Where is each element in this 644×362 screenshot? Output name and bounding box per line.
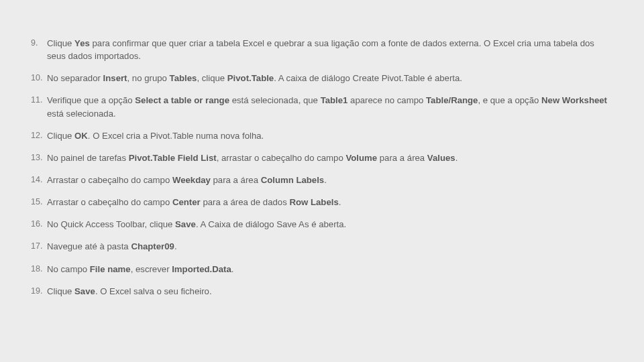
bold-term: Values	[427, 153, 455, 163]
step-item: Navegue até à pasta Chapter09.	[31, 240, 613, 253]
bold-term: Table/Range	[426, 95, 478, 105]
step-item: Clique Yes para confirmar que quer criar…	[31, 37, 613, 62]
bold-term: Save	[175, 219, 196, 229]
bold-term: Insert	[103, 73, 127, 83]
bold-term: Row Labels	[289, 197, 338, 207]
instruction-document: Clique Yes para confirmar que quer criar…	[0, 0, 644, 298]
step-item: Verifique que a opção Select a table or …	[31, 94, 613, 119]
bold-term: Chapter09	[131, 241, 174, 251]
step-item: No campo File name, escrever Imported.Da…	[31, 263, 613, 276]
bold-term: Volume	[345, 153, 377, 163]
bold-term: Tables	[170, 73, 197, 83]
step-item: No Quick Access Toolbar, clique Save. A …	[31, 218, 613, 231]
bold-term: Yes	[74, 38, 90, 48]
bold-term: Save	[74, 286, 95, 296]
step-item: No separador Insert, no grupo Tables, cl…	[31, 72, 613, 84]
bold-term: Imported.Data	[172, 264, 231, 274]
bold-term: Center	[172, 197, 201, 207]
bold-term: Select a table or range	[135, 95, 229, 105]
bold-term: Pivot.Table Field List	[129, 153, 217, 163]
bold-term: File name	[90, 264, 131, 274]
step-item: Clique OK. O Excel cria a Pivot.Table nu…	[31, 129, 613, 142]
step-item: Clique Save. O Excel salva o seu ficheir…	[31, 285, 613, 298]
step-item: Arrastar o cabeçalho do campo Center par…	[31, 196, 613, 208]
step-item: Arrastar o cabeçalho do campo Weekday pa…	[31, 174, 613, 186]
ordered-step-list: Clique Yes para confirmar que quer criar…	[31, 37, 613, 298]
bold-term: Table1	[321, 95, 348, 105]
bold-term: OK	[74, 131, 88, 141]
bold-term: Pivot.Table	[227, 73, 274, 83]
bold-term: Column Labels	[261, 175, 325, 185]
step-item: No painel de tarefas Pivot.Table Field L…	[31, 152, 613, 164]
bold-term: Weekday	[172, 175, 211, 185]
bold-term: New Worksheet	[541, 95, 607, 105]
